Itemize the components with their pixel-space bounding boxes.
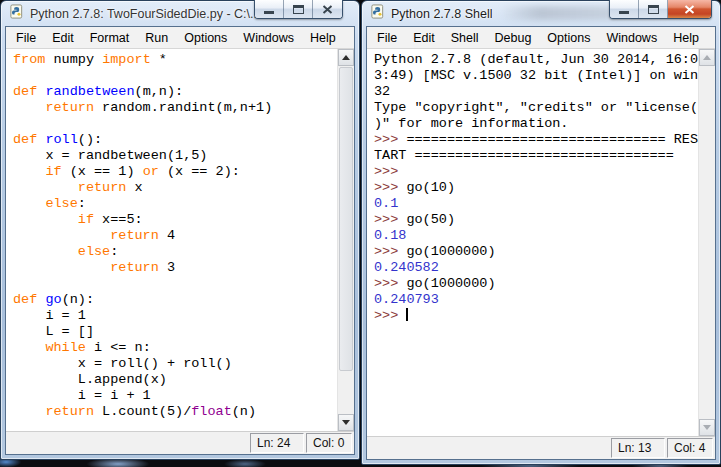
text-segment: Type "copyright", "credits" or "license( — [374, 100, 698, 115]
minimize-icon — [619, 11, 629, 14]
text-line: x = randbetween(1,5) — [13, 148, 337, 164]
text-segment: L.count(5)/ — [94, 404, 191, 419]
text-segment: 4 — [159, 228, 175, 243]
menu-help[interactable]: Help — [665, 28, 707, 48]
scroll-up-button[interactable] — [699, 49, 715, 66]
text-line: else: — [13, 196, 337, 212]
text-segment: def — [13, 84, 37, 99]
text-segment: return — [45, 404, 94, 419]
menu-windows[interactable]: Windows — [235, 28, 302, 48]
shell-text-area[interactable]: Python 2.7.8 (default, Jun 30 2014, 16:0… — [367, 49, 715, 436]
shell-status-bar: Ln: 13 Col: 4 — [367, 436, 715, 459]
text-segment: (x == 1) — [62, 164, 143, 179]
python-shell-window: Python 2.7.8 Shell File Edit Shell Debug… — [361, 0, 721, 465]
text-segment: go(1000000) — [406, 276, 495, 291]
shell-menu-bar: File Edit Shell Debug Options Windows He… — [367, 27, 715, 49]
text-segment: >>> — [374, 164, 406, 179]
text-line: def go(n): — [13, 292, 337, 308]
text-line: >>> — [374, 164, 698, 180]
text-segment: * — [151, 52, 167, 67]
editor-client-area: File Edit Format Run Options Windows Hel… — [5, 26, 355, 455]
text-line: >>> — [374, 308, 698, 324]
text-line: return L.count(5)/float(n) — [13, 404, 337, 420]
minimize-button[interactable] — [610, 0, 639, 18]
text-segment: >>> — [374, 212, 406, 227]
editor-titlebar[interactable]: Python 2.7.8: TwoFourSidedDie.py - C:\..… — [1, 1, 359, 26]
shell-titlebar[interactable]: Python 2.7.8 Shell — [362, 1, 720, 26]
text-line: if x==5: — [13, 212, 337, 228]
text-segment: return — [110, 260, 159, 275]
text-segment: if — [45, 164, 61, 179]
text-line — [13, 68, 337, 84]
text-segment: 0.240793 — [374, 292, 439, 307]
shell-vertical-scrollbar[interactable] — [698, 49, 715, 436]
menu-windows[interactable]: Windows — [598, 28, 665, 48]
text-segment — [13, 244, 78, 259]
menu-run[interactable]: Run — [137, 28, 176, 48]
text-line: >>> go(50) — [374, 212, 698, 228]
idle-editor-window: Python 2.7.8: TwoFourSidedDie.py - C:\..… — [0, 0, 360, 460]
text-segment: 32 — [374, 84, 390, 99]
menu-help[interactable]: Help — [302, 28, 344, 48]
column-indicator: Col: 4 — [667, 438, 713, 458]
text-line: else: — [13, 244, 337, 260]
text-segment: random.randint(m,n+1) — [94, 100, 272, 115]
arrow-down-icon — [342, 420, 350, 425]
text-segment — [13, 260, 110, 275]
text-segment: or — [143, 164, 159, 179]
text-segment: roll — [45, 132, 77, 147]
text-segment — [13, 196, 45, 211]
menu-file[interactable]: File — [8, 28, 44, 48]
text-line: def randbetween(m,n): — [13, 84, 337, 100]
text-line: x = roll() + roll() — [13, 356, 337, 372]
text-line — [13, 276, 337, 292]
menu-debug[interactable]: Debug — [487, 28, 540, 48]
menu-shell[interactable]: Shell — [443, 28, 487, 48]
text-segment: 0.18 — [374, 228, 406, 243]
minimize-button[interactable] — [255, 0, 284, 18]
text-line: from numpy import * — [13, 52, 337, 68]
text-segment: if — [78, 212, 94, 227]
text-segment: def — [13, 132, 37, 147]
scrollbar-thumb[interactable] — [339, 67, 353, 371]
menu-options[interactable]: Options — [176, 28, 235, 48]
close-button[interactable] — [313, 0, 342, 18]
scroll-down-button[interactable] — [699, 419, 715, 436]
text-segment: (n): — [62, 292, 94, 307]
text-line: return x — [13, 180, 337, 196]
scroll-down-button[interactable] — [338, 414, 354, 431]
text-segment: >>> — [374, 244, 406, 259]
maximize-icon — [648, 5, 659, 14]
text-segment: x==5: — [94, 212, 143, 227]
text-line: Type "copyright", "credits" or "license( — [374, 100, 698, 116]
text-segment: from — [13, 52, 45, 67]
text-cursor — [406, 308, 408, 321]
arrow-down-icon — [703, 425, 711, 430]
idle-app-icon — [370, 4, 385, 23]
text-segment: (x == 2): — [159, 164, 240, 179]
editor-text-area[interactable]: from numpy import *def randbetween(m,n):… — [6, 49, 354, 431]
text-segment — [13, 212, 78, 227]
text-segment: go(10) — [406, 180, 455, 195]
menu-file[interactable]: File — [369, 28, 405, 48]
menu-edit[interactable]: Edit — [405, 28, 443, 48]
maximize-button[interactable] — [639, 0, 668, 18]
menu-options[interactable]: Options — [539, 28, 598, 48]
text-line: def roll(): — [13, 132, 337, 148]
scroll-up-button[interactable] — [338, 49, 354, 66]
text-segment: go(1000000) — [406, 244, 495, 259]
text-segment: return — [110, 228, 159, 243]
maximize-button[interactable] — [284, 0, 313, 18]
editor-vertical-scrollbar[interactable] — [337, 49, 354, 431]
text-line: i = i + 1 — [13, 388, 337, 404]
text-line: L.append(x) — [13, 372, 337, 388]
close-button[interactable] — [668, 0, 711, 18]
text-segment: L.append(x) — [13, 372, 167, 387]
text-line: 0.240582 — [374, 260, 698, 276]
text-segment: x = randbetween(1,5) — [13, 148, 207, 163]
column-indicator: Col: 0 — [306, 433, 352, 453]
text-line: >>> go(1000000) — [374, 276, 698, 292]
menu-format[interactable]: Format — [82, 28, 138, 48]
close-icon — [322, 5, 333, 14]
menu-edit[interactable]: Edit — [44, 28, 82, 48]
